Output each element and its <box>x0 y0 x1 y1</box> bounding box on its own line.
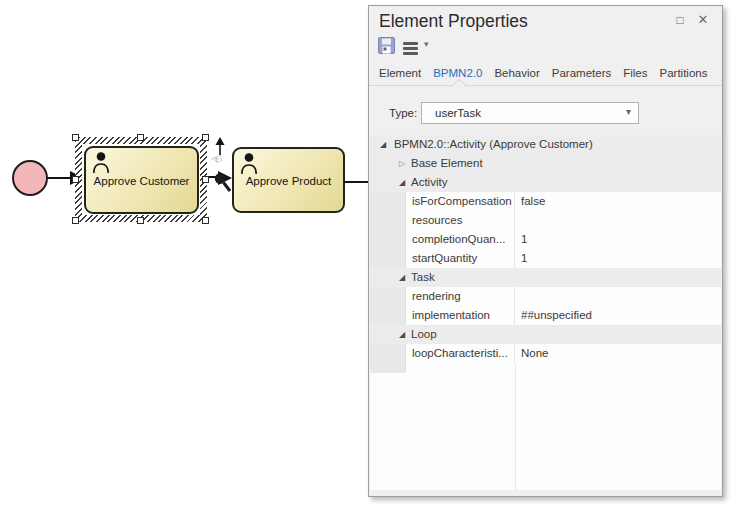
resize-handle-s[interactable] <box>137 217 144 224</box>
expand-icon[interactable]: ◢ <box>399 173 405 192</box>
panel-title: Element Properties <box>379 11 528 32</box>
type-field-label: Type: <box>389 107 417 119</box>
type-combobox[interactable]: userTask ▾ <box>421 102 639 124</box>
tree-row-root[interactable]: ◢ BPMN2.0::Activity (Approve Customer) <box>370 135 721 154</box>
property-row-isforcompensation[interactable]: isForCompensation false <box>370 192 721 211</box>
property-row-implementation[interactable]: implementation ##unspecified <box>370 306 721 325</box>
panel-toolbar: ▾ <box>369 36 722 62</box>
tab-element[interactable]: Element <box>379 62 421 85</box>
expand-icon[interactable]: ◢ <box>380 135 386 154</box>
resize-handle-sw[interactable] <box>72 217 79 224</box>
panel-titlebar[interactable]: Element Properties □ ✕ <box>369 6 722 36</box>
resize-handle-n[interactable] <box>137 134 144 141</box>
resize-handle-nw[interactable] <box>72 134 79 141</box>
collapse-icon[interactable]: ▷ <box>399 154 405 173</box>
user-task-person-icon <box>91 151 111 175</box>
property-row-startquantity[interactable]: startQuantity 1 <box>370 249 721 268</box>
task-approve-product[interactable]: Approve Product <box>232 147 345 213</box>
combobox-caret-icon: ▾ <box>626 106 631 117</box>
tab-behavior[interactable]: Behavior <box>494 62 539 85</box>
maximize-icon[interactable]: □ <box>672 12 688 28</box>
close-icon[interactable]: ✕ <box>695 12 711 28</box>
tree-row-base-element[interactable]: ▷ Base Element <box>370 154 721 173</box>
tree-row-task[interactable]: ◢ Task <box>370 268 721 287</box>
tree-row-activity[interactable]: ◢ Activity <box>370 173 721 192</box>
hamburger-menu-icon[interactable] <box>403 42 418 57</box>
resize-handle-ne[interactable] <box>202 134 209 141</box>
tab-files[interactable]: Files <box>623 62 647 85</box>
tab-partitions[interactable]: Partitions <box>660 62 708 85</box>
connector-start-to-task1[interactable] <box>47 177 72 179</box>
task-label: Approve Customer <box>94 173 190 187</box>
active-tab-notch <box>451 79 467 87</box>
menu-dropdown-caret-icon[interactable]: ▾ <box>424 39 429 49</box>
type-field-row: Type: userTask ▾ <box>369 98 722 128</box>
property-row-completionquantity[interactable]: completionQuan... 1 <box>370 230 721 249</box>
connector-task2-outgoing[interactable] <box>344 181 370 183</box>
task-approve-customer[interactable]: Approve Customer <box>84 146 199 214</box>
resize-handle-se[interactable] <box>202 217 209 224</box>
expand-icon[interactable]: ◢ <box>399 325 405 344</box>
property-grid: ◢ BPMN2.0::Activity (Approve Customer) ▷… <box>370 135 721 490</box>
start-event-circle[interactable] <box>12 160 48 196</box>
expand-icon[interactable]: ◢ <box>399 268 405 287</box>
property-row-rendering[interactable]: rendering <box>370 287 721 306</box>
resize-handle-e[interactable] <box>202 176 209 183</box>
type-combobox-value: userTask <box>435 107 481 119</box>
tab-parameters[interactable]: Parameters <box>552 62 611 85</box>
save-icon[interactable] <box>378 37 395 54</box>
user-task-person-icon <box>239 152 259 176</box>
diagram-canvas: Approve Customer ☜ Approve Product Eleme… <box>0 0 750 530</box>
element-properties-panel: Element Properties □ ✕ ▾ Element BPMN2.0… <box>368 5 723 497</box>
property-row-loopcharacteristics[interactable]: loopCharacteristi... None <box>370 344 721 363</box>
grid-column-divider[interactable] <box>515 363 516 490</box>
property-row-resources[interactable]: resources <box>370 211 721 230</box>
tree-row-loop[interactable]: ◢ Loop <box>370 325 721 344</box>
tab-bar: Element BPMN2.0 Behavior Parameters File… <box>369 62 722 86</box>
quicklink-magnifier-icon[interactable] <box>211 170 233 194</box>
resize-handle-w[interactable] <box>72 176 79 183</box>
